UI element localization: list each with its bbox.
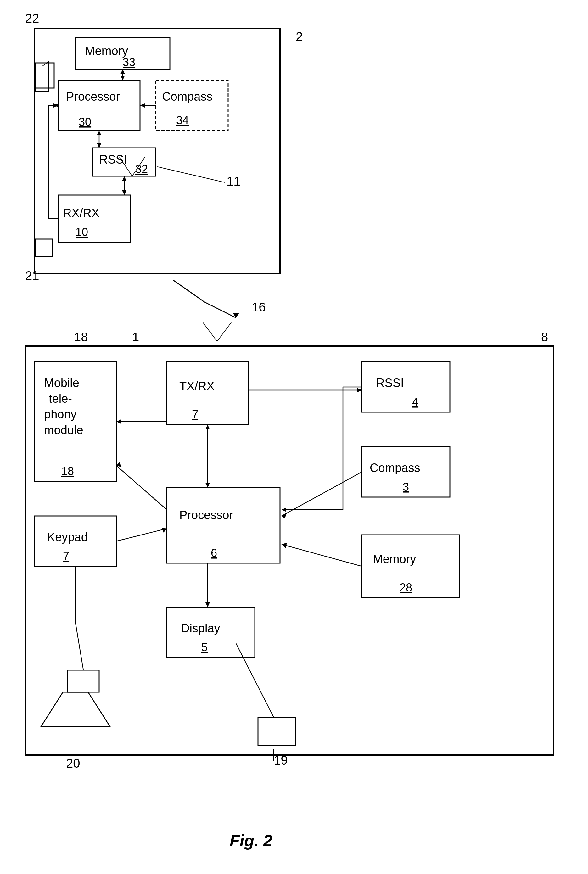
- processor-30-label: Processor: [66, 90, 120, 103]
- proc-display-arrow: [206, 603, 210, 607]
- compass-3-num: 3: [403, 480, 409, 493]
- ref-16: 16: [252, 300, 266, 314]
- speaker-top: [35, 63, 54, 88]
- speaker-stand: [68, 670, 99, 692]
- ref-2: 2: [296, 30, 303, 43]
- fig-label: Fig. 2: [230, 832, 273, 850]
- arrow-down-proc: [120, 75, 125, 80]
- txrx-label: TX/RX: [179, 379, 214, 393]
- txrx-proc-arrow-up: [206, 425, 210, 429]
- arrow-down-rxrx: [122, 190, 126, 195]
- ref-20: 20: [66, 756, 80, 770]
- bottom-left-component: [35, 239, 52, 256]
- compass-34-num: 34: [176, 114, 189, 127]
- processor-6-num: 6: [211, 547, 217, 559]
- ref-22: 22: [25, 11, 39, 25]
- processor-30-num: 30: [79, 115, 91, 128]
- arrow-up-mem: [120, 69, 125, 74]
- compass-3-label: Compass: [370, 461, 420, 474]
- keypad-7-num: 7: [63, 550, 69, 562]
- ref-11: 11: [226, 174, 241, 188]
- mobile-label1: Mobile: [44, 376, 79, 390]
- mobile-label4: module: [44, 423, 83, 437]
- ref-21: 21: [25, 269, 39, 283]
- rssi-proc-arrow: [282, 507, 286, 512]
- diagram-container: 22 2 Memory 33 Processor 30 Compass 34 R…: [0, 0, 588, 874]
- rssi-4-label: RSSI: [376, 376, 404, 390]
- keypad-label: Keypad: [47, 531, 88, 544]
- ref-18-top: 18: [74, 330, 88, 344]
- ref-19: 19: [274, 753, 288, 767]
- keypad-proc-line: [116, 529, 167, 541]
- memory-28-num: 28: [399, 581, 412, 594]
- mem-proc-bot-line: [282, 544, 362, 566]
- arrow-down-rssi: [97, 143, 101, 148]
- compass-34-box: [156, 80, 228, 130]
- arrow-up-rssi-rxrx: [122, 176, 126, 181]
- memory-28-label: Memory: [373, 552, 416, 566]
- conn-line-1: [173, 280, 204, 302]
- mobile-label2: tele-: [49, 392, 72, 405]
- conn-line-2: [204, 302, 236, 318]
- rxrx-10-label: RX/RX: [63, 206, 99, 220]
- txrx-mobile-arrow: [116, 420, 121, 424]
- processor-6-box: [167, 488, 280, 563]
- proc-mobile-line: [116, 466, 167, 510]
- txrx-7-box: [167, 362, 249, 425]
- antenna-bot-left: [203, 322, 217, 341]
- ref-8: 8: [541, 330, 548, 344]
- speaker-bottom: [41, 692, 110, 727]
- rssi-4-box: [362, 362, 450, 412]
- memory-33-num: 33: [123, 56, 135, 69]
- processor-30-box: [58, 80, 140, 130]
- antenna-bot-right: [217, 322, 231, 341]
- keypad-proc-arrow: [162, 528, 167, 533]
- small-box-19: [258, 717, 296, 746]
- arrow-compass: [140, 103, 145, 108]
- mobile-18-num: 18: [62, 465, 74, 478]
- rxrx-10-num: 10: [75, 226, 88, 238]
- txrx-proc-arrow-down: [206, 483, 210, 488]
- compass-proc-arrow: [282, 513, 287, 519]
- txrx-rssi-arrow: [357, 388, 362, 392]
- display-label: Display: [181, 622, 220, 635]
- mobile-label3: phony: [44, 408, 77, 421]
- rssi-32-label: RSSI: [99, 153, 127, 166]
- compass-34-label: Compass: [162, 90, 213, 103]
- ref-1: 1: [132, 330, 139, 344]
- arrow-up-proc-rssi: [97, 130, 101, 135]
- processor-6-label: Processor: [179, 508, 233, 522]
- rssi-4-num: 4: [412, 396, 418, 408]
- display-5-num: 5: [201, 641, 208, 654]
- txrx-7-num: 7: [192, 408, 198, 421]
- ref-11-line: [157, 167, 225, 183]
- memory-33-label: Memory: [85, 44, 128, 58]
- mobile-speaker-line: [75, 623, 83, 670]
- mem-proc-bot-arrow: [282, 543, 287, 548]
